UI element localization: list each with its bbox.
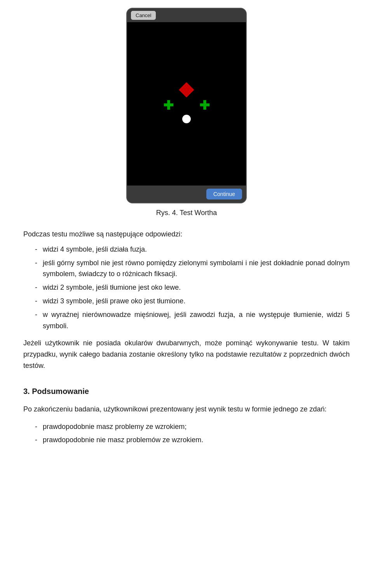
list-item: widzi 2 symbole, jeśli tłumione jest oko…	[23, 282, 350, 293]
list-item: widzi 3 symbole, jeśli prawe oko jest tł…	[23, 296, 350, 307]
phone-screen: ✚ ✚	[127, 22, 246, 186]
figure-caption: Rys. 4. Test Wortha	[156, 209, 217, 217]
list-item: w wyraźnej nierównowadze mięśniowej, jeś…	[23, 309, 350, 332]
cancel-button[interactable]: Cancel	[131, 11, 156, 20]
phone-top-bar: Cancel	[127, 9, 246, 22]
section3-bullet-list: prawdopodobnie masz problemy ze wzrokiem…	[23, 421, 350, 446]
main-content: Podczas testu możliwe są następujące odp…	[23, 229, 350, 446]
list-item: prawdopodobnie masz problemy ze wzrokiem…	[23, 421, 350, 432]
list-item: prawdopodobnie nie masz problemów ze wzr…	[23, 434, 350, 446]
green-plus-right-icon: ✚	[199, 99, 210, 112]
list-item: widzi 4 symbole, jeśli działa fuzja.	[23, 244, 350, 255]
continue-button[interactable]: Continue	[206, 189, 242, 200]
list-item: jeśli górny symbol nie jest równo pomięd…	[23, 257, 350, 280]
red-diamond-icon	[179, 82, 194, 98]
page-container: Cancel ✚ ✚ Continue Rys. 4. Test Wortha …	[0, 0, 373, 475]
section-3-heading: 3. Podsumowanie	[23, 387, 350, 396]
section3-intro: Po zakończeniu badania, użytkownikowi pr…	[23, 404, 350, 415]
main-bullet-list: widzi 4 symbole, jeśli działa fuzja. jeś…	[23, 244, 350, 332]
intro-text: Podczas testu możliwe są następujące odp…	[23, 229, 350, 240]
figure-wrapper: Cancel ✚ ✚ Continue Rys. 4. Test Wortha	[23, 8, 350, 217]
phone-frame: Cancel ✚ ✚ Continue	[126, 8, 247, 203]
symbols-area: ✚ ✚	[163, 84, 210, 123]
green-plus-left-icon: ✚	[163, 99, 174, 112]
white-circle-icon	[182, 115, 191, 123]
paragraph1: Jeżeli użytkownik nie posiada okularów d…	[23, 338, 350, 371]
phone-bottom-bar: Continue	[127, 186, 246, 203]
